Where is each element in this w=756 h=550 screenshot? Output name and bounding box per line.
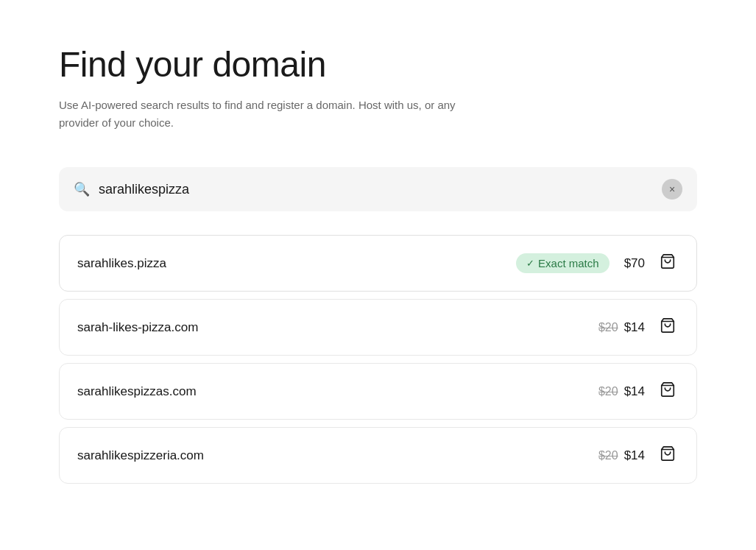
price-area: $70 <box>610 256 645 271</box>
cart-icon <box>660 381 676 401</box>
cart-icon <box>660 317 676 337</box>
domain-name: sarahlikes.pizza <box>77 256 504 271</box>
add-to-cart-button[interactable] <box>657 443 679 468</box>
clear-search-button[interactable]: × <box>662 179 682 200</box>
search-input[interactable] <box>99 182 653 197</box>
price-current: $14 <box>624 320 645 335</box>
cart-icon <box>660 445 676 465</box>
price-current: $14 <box>624 384 645 399</box>
page-subtitle: Use AI-powered search results to find an… <box>59 96 471 132</box>
price-area: $20$14 <box>584 384 645 399</box>
badge-label: Exact match <box>538 257 599 269</box>
search-icon: 🔍 <box>74 181 90 197</box>
domain-result-row: sarahlikes.pizza ✓ Exact match $70 <box>59 235 697 292</box>
domain-name: sarahlikespizzeria.com <box>77 448 584 463</box>
price-original: $20 <box>598 449 618 462</box>
domain-name: sarahlikespizzas.com <box>77 384 584 399</box>
add-to-cart-button[interactable] <box>657 378 679 404</box>
domain-result-row: sarahlikespizzas.com $20$14 <box>59 363 697 420</box>
cart-icon <box>660 253 676 273</box>
search-bar: 🔍 × <box>59 167 697 211</box>
domain-result-row: sarahlikespizzeria.com $20$14 <box>59 427 697 484</box>
check-icon: ✓ <box>526 258 534 269</box>
add-to-cart-button[interactable] <box>657 250 679 276</box>
add-to-cart-button[interactable] <box>657 314 679 340</box>
price-original: $20 <box>598 321 618 334</box>
page-title: Find your domain <box>59 44 697 85</box>
price-area: $20$14 <box>584 448 645 463</box>
price-current: $70 <box>624 256 645 271</box>
search-results: sarahlikes.pizza ✓ Exact match $70 sarah… <box>59 235 697 491</box>
exact-match-badge: ✓ Exact match <box>516 253 610 273</box>
price-current: $14 <box>624 448 645 463</box>
price-area: $20$14 <box>584 320 645 335</box>
domain-result-row: sarah-likes-pizza.com $20$14 <box>59 299 697 356</box>
domain-name: sarah-likes-pizza.com <box>77 320 584 335</box>
price-original: $20 <box>598 385 618 398</box>
